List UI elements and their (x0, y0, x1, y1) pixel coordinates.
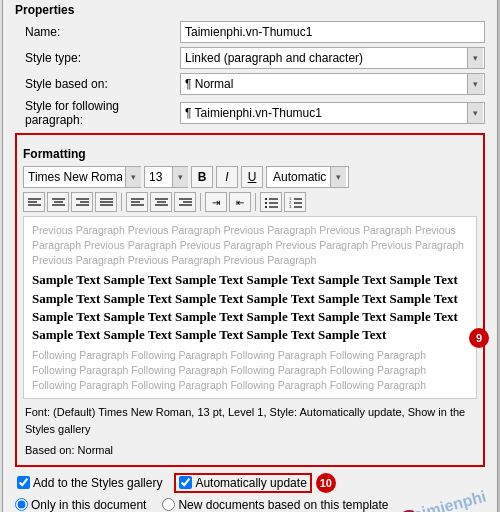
style-following-select[interactable]: ¶ Taimienphi.vn-Thumuc1 (180, 102, 485, 124)
style-following-label: Style for following paragraph: (15, 99, 180, 127)
svg-rect-21 (265, 198, 267, 200)
list-button-2[interactable]: 1.2.3. (284, 192, 306, 212)
preview-sample-text: Sample Text Sample Text Sample Text Samp… (32, 271, 468, 344)
add-to-gallery-text: Add to the Styles gallery (33, 476, 162, 490)
auto-update-checkbox[interactable] (179, 476, 192, 489)
auto-update-label[interactable]: Automatically update 10 (174, 473, 311, 493)
size-select-wrapper: 13 ▾ (144, 166, 188, 188)
indent-increase-button[interactable]: ⇥ (205, 192, 227, 212)
bottom-section: Add to the Styles gallery Automatically … (15, 473, 485, 512)
auto-update-text: Automatically update (195, 476, 306, 490)
underline-button[interactable]: U (241, 166, 263, 188)
badge-10: 10 (316, 473, 336, 493)
preview-area: Previous Paragraph Previous Paragraph Pr… (23, 216, 477, 399)
font-select-wrapper: Times New Roman ▾ (23, 166, 141, 188)
font-select[interactable]: Times New Roman (23, 166, 141, 188)
new-docs-text: New documents based on this template (178, 498, 388, 512)
add-to-gallery-checkbox[interactable] (17, 476, 30, 489)
indent-decrease-button[interactable]: ⇤ (229, 192, 251, 212)
svg-text:3.: 3. (289, 204, 292, 208)
color-select-wrapper[interactable]: Automatic ▾ (266, 166, 349, 188)
properties-label: Properties (15, 3, 485, 17)
dialog-body: Properties Name: Style type: Linked (par… (3, 0, 497, 512)
align-separator-2 (200, 193, 201, 211)
align-right2-button[interactable] (174, 192, 196, 212)
style-type-select[interactable]: Linked (paragraph and character) (180, 47, 485, 69)
color-label: Automatic (269, 170, 330, 184)
based-on-text: Based on: Normal (23, 442, 477, 459)
formatting-section-wrapper: Formatting Times New Roman ▾ 13 ▾ (15, 133, 485, 466)
style-type-select-wrapper: Linked (paragraph and character) ▾ (180, 47, 485, 69)
align-separator-1 (121, 193, 122, 211)
align-right-button[interactable] (71, 192, 93, 212)
name-label: Name: (15, 25, 180, 39)
preview-following-text: Following Paragraph Following Paragraph … (32, 348, 468, 392)
new-docs-radio[interactable] (162, 498, 175, 511)
name-row: Name: (15, 21, 485, 43)
badge-9: 9 (469, 328, 489, 348)
align-justify-button[interactable] (95, 192, 117, 212)
align-toolbar: ⇥ ⇤ 1.2.3. (23, 192, 477, 212)
only-this-doc-text: Only in this document (31, 498, 146, 512)
align-left2-button[interactable] (126, 192, 148, 212)
style-following-select-wrapper: ¶ Taimienphi.vn-Thumuc1 ▾ (180, 102, 485, 124)
size-select[interactable]: 13 (144, 166, 188, 188)
align-left-button[interactable] (23, 192, 45, 212)
align-separator-3 (255, 193, 256, 211)
style-based-row: Style based on: ¶ Normal ▾ (15, 73, 485, 95)
bold-button[interactable]: B (191, 166, 213, 188)
style-type-row: Style type: Linked (paragraph and charac… (15, 47, 485, 69)
color-arrow-icon[interactable]: ▾ (330, 167, 346, 187)
only-this-doc-radio[interactable] (15, 498, 28, 511)
checkbox-row: Add to the Styles gallery Automatically … (15, 473, 485, 493)
align-center-button[interactable] (47, 192, 69, 212)
formatting-section: Formatting Times New Roman ▾ 13 ▾ (15, 133, 485, 466)
align-center2-button[interactable] (150, 192, 172, 212)
svg-rect-23 (265, 202, 267, 204)
preview-previous-text: Previous Paragraph Previous Paragraph Pr… (32, 223, 468, 267)
style-based-select[interactable]: ¶ Normal (180, 73, 485, 95)
style-based-label: Style based on: (15, 77, 180, 91)
style-type-label: Style type: (15, 51, 180, 65)
formatting-toolbar-1: Times New Roman ▾ 13 ▾ B I U Automati (23, 166, 477, 188)
style-based-select-wrapper: ¶ Normal ▾ (180, 73, 485, 95)
radio-row: Only in this document New documents base… (15, 498, 485, 512)
create-style-dialog: Create New Style from Formatting ? ✕ Pro… (2, 0, 498, 512)
font-description: Font: (Default) Times New Roman, 13 pt, … (23, 404, 477, 437)
list-button-1[interactable] (260, 192, 282, 212)
formatting-label: Formatting (23, 147, 477, 161)
italic-button[interactable]: I (216, 166, 238, 188)
name-input[interactable] (180, 21, 485, 43)
style-following-row: Style for following paragraph: ¶ Taimien… (15, 99, 485, 127)
svg-rect-25 (265, 206, 267, 208)
only-this-doc-label[interactable]: Only in this document (15, 498, 146, 512)
add-to-gallery-label[interactable]: Add to the Styles gallery (15, 474, 164, 492)
new-docs-label[interactable]: New documents based on this template (162, 498, 388, 512)
